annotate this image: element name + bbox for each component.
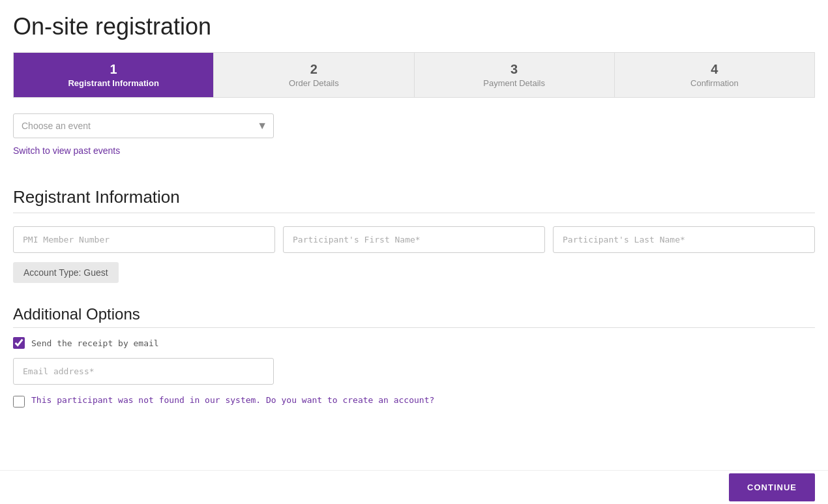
step-3[interactable]: 3 Payment Details	[415, 53, 615, 97]
step-3-number: 3	[421, 62, 608, 77]
create-account-label[interactable]: This participant was not found in our sy…	[31, 395, 434, 405]
step-4-label: Confirmation	[621, 78, 808, 88]
email-input-wrapper	[13, 358, 274, 385]
send-receipt-checkbox[interactable]	[13, 337, 25, 349]
event-selector-wrapper: Choose an event ▼	[13, 113, 274, 138]
step-1[interactable]: 1 Registrant Information	[14, 53, 214, 97]
send-receipt-row: Send the receipt by email	[13, 337, 815, 349]
send-receipt-label[interactable]: Send the receipt by email	[31, 338, 159, 348]
switch-to-past-events-link[interactable]: Switch to view past events	[13, 145, 120, 156]
page-wrapper: On-site registration 1 Registrant Inform…	[0, 0, 828, 460]
step-4-number: 4	[621, 62, 808, 77]
email-address-input[interactable]	[13, 358, 274, 385]
step-1-label: Registrant Information	[20, 78, 207, 88]
step-2-number: 2	[220, 62, 407, 77]
event-select[interactable]: Choose an event	[13, 113, 274, 138]
registrant-info-section-title: Registrant Information	[13, 187, 815, 213]
additional-options-section-title: Additional Options	[13, 305, 815, 328]
create-account-checkbox[interactable]	[13, 396, 25, 408]
last-name-input[interactable]	[553, 226, 815, 253]
step-2-label: Order Details	[220, 78, 407, 88]
page-title: On-site registration	[13, 13, 815, 40]
footer-bar: CONTINUE	[0, 470, 828, 504]
account-type-badge: Account Type: Guest	[13, 262, 119, 283]
registrant-fields-row	[13, 226, 815, 253]
continue-button[interactable]: CONTINUE	[729, 473, 815, 501]
first-name-input[interactable]	[283, 226, 545, 253]
step-3-label: Payment Details	[421, 78, 608, 88]
pmi-member-number-input[interactable]	[13, 226, 275, 253]
step-2[interactable]: 2 Order Details	[214, 53, 414, 97]
create-account-row: This participant was not found in our sy…	[13, 395, 815, 408]
steps-bar: 1 Registrant Information 2 Order Details…	[13, 52, 815, 98]
step-1-number: 1	[20, 62, 207, 77]
step-4[interactable]: 4 Confirmation	[615, 53, 814, 97]
